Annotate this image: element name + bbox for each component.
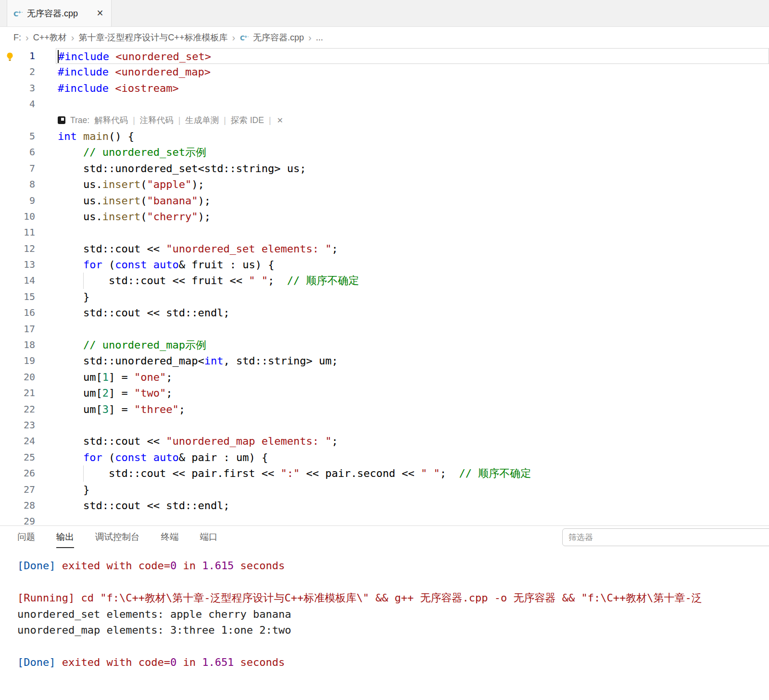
code-token: "cherry" [147,211,198,223]
hint-action-explain-code[interactable]: 解释代码 [94,112,128,128]
line-number[interactable]: 7 [0,161,37,176]
breadcrumb-separator: › [308,32,312,43]
code-line-content[interactable]: um[1] = "one"; [56,369,769,385]
code-line: 24 std::cout << "unordered_map elements:… [0,433,769,449]
line-number[interactable]: 19 [0,353,37,369]
line-number[interactable]: 5 [0,128,37,144]
line-number[interactable]: 29 [0,513,37,525]
hint-action-explore-ide[interactable]: 探索 IDE [231,112,264,128]
code-token: // unordered_map示例 [83,339,206,351]
code-line-content[interactable]: } [56,482,769,498]
output-filter-input[interactable] [562,528,769,546]
code-line-content[interactable]: std::cout << fruit << " "; // 顺序不确定 [56,273,769,288]
line-number[interactable]: 24 [0,433,37,449]
code-line-content[interactable]: std::cout << std::endl; [56,498,769,513]
breadcrumb-item-file[interactable]: 无序容器.cpp [253,32,304,43]
code-token: for [83,451,102,463]
code-line-content[interactable] [56,417,769,433]
line-number[interactable]: 10 [0,209,37,225]
code-line-content[interactable]: int main() { [56,128,769,144]
line-number[interactable]: 9 [0,193,37,209]
code-line-content[interactable] [56,96,769,112]
code-line-content[interactable] [56,513,769,525]
line-number[interactable]: 2 [0,64,37,80]
code-token: () { [109,130,134,142]
code-line-content[interactable] [56,321,769,337]
line-number[interactable]: 4 [0,96,37,112]
breadcrumb-item-drive[interactable]: F: [13,33,21,43]
line-number[interactable]: 18 [0,337,37,353]
code-token: <unordered_set> [115,50,211,62]
line-number[interactable]: 16 [0,305,37,321]
line-number[interactable]: 14 [0,273,37,288]
breadcrumb: F: › C++教材 › 第十章-泛型程序设计与C++标准模板库 › C ++ … [0,27,769,48]
tab-close-icon[interactable]: × [94,7,106,20]
line-number[interactable]: 13 [0,257,37,273]
line-number[interactable]: 11 [0,225,37,240]
panel-tab[interactable]: 端口 [200,526,218,548]
code-line-content[interactable]: for (const auto& pair : um) { [56,450,769,465]
code-token: ":" [281,467,300,479]
bottom-panel: 问题输出调试控制台终端端口 [Done] exited with code=0 … [0,525,769,700]
code-token: ); [198,195,211,207]
code-line-content[interactable]: } [56,289,769,305]
output-line: unordered_set elements: apple cherry ban… [17,606,769,623]
panel-tab[interactable]: 调试控制台 [95,526,140,548]
line-number[interactable]: 26 [0,465,37,481]
tab-file[interactable]: C ++ 无序容器.cpp × [7,0,112,26]
line-number[interactable]: 23 [0,417,37,433]
code-line-content[interactable]: std::cout << "unordered_set elements: "; [56,241,769,257]
line-number[interactable]: 6 [0,144,37,160]
line-number[interactable]: 20 [0,369,37,385]
panel-tab[interactable]: 输出 [56,526,74,548]
code-line-content[interactable]: std::cout << std::endl; [56,305,769,321]
breadcrumb-item-chapter[interactable]: 第十章-泛型程序设计与C++标准模板库 [78,32,227,43]
hint-action-comment-code[interactable]: 注释代码 [140,112,174,128]
line-number-text: 18 [24,339,35,350]
line-number[interactable]: 28 [0,498,37,513]
code-line-content[interactable]: um[3] = "three"; [56,401,769,417]
code-line-content[interactable]: // unordered_map示例 [56,337,769,353]
code-line-content[interactable]: us.insert("banana"); [56,193,769,209]
breadcrumb-item-more[interactable]: ... [316,33,323,43]
line-number[interactable]: 25 [0,450,37,465]
code-token: std::cout << [58,243,166,255]
code-token: #include [58,50,109,62]
panel-tab[interactable]: 终端 [161,526,179,548]
code-line-content[interactable]: // unordered_set示例 [56,144,769,160]
output-line: [Done] exited with code=0 in 1.651 secon… [17,654,769,671]
code-line-content[interactable]: std::cout << "unordered_map elements: "; [56,433,769,449]
breadcrumb-item-folder[interactable]: C++教材 [33,32,67,43]
code-token: std::unordered_set<std::string> us; [58,162,306,175]
code-token: } [58,484,89,496]
code-line-content[interactable]: us.insert("cherry"); [56,209,769,225]
line-number[interactable]: 12 [0,241,37,257]
code-line-content[interactable]: std::cout << pair.first << ":" << pair.s… [56,465,769,481]
code-line-content[interactable]: std::unordered_set<std::string> us; [56,161,769,176]
code-token: std::unordered_map< [58,355,204,367]
line-number[interactable]: 8 [0,176,37,192]
code-line-content[interactable]: for (const auto& fruit : us) { [56,257,769,273]
code-line-content[interactable]: std::unordered_map<int, std::string> um; [56,353,769,369]
code-token [109,50,115,62]
line-number[interactable]: 22 [0,401,37,417]
code-token: unordered_map elements: 3:three 1:one 2:… [17,624,291,636]
line-number[interactable]: 3 [0,80,37,96]
breadcrumb-separator: › [25,32,29,43]
code-line-content[interactable]: um[2] = "two"; [56,385,769,401]
hint-action-generate-tests[interactable]: 生成单测 [185,112,219,128]
code-line-content[interactable]: #include <iostream> [56,80,769,96]
code-token: "apple" [147,178,191,190]
hint-close-icon[interactable]: ✕ [277,112,283,128]
line-number[interactable]: 15 [0,289,37,305]
line-number[interactable]: 17 [0,321,37,337]
code-line-content[interactable]: us.insert("apple"); [56,176,769,192]
line-number[interactable]: 21 [0,385,37,401]
panel-tab[interactable]: 问题 [17,526,35,548]
line-number[interactable]: 1 [0,48,37,64]
code-line-content[interactable]: #include <unordered_set> [56,48,769,64]
code-line-content[interactable] [56,225,769,240]
line-number[interactable]: 27 [0,482,37,498]
code-line-content[interactable]: #include <unordered_map> [56,64,769,80]
line-number-text: 24 [24,435,35,447]
